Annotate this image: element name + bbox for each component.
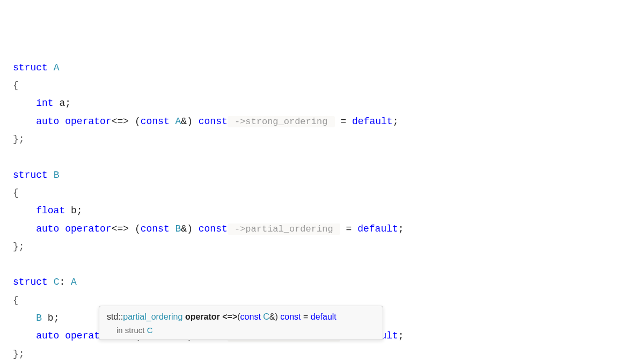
code-token bbox=[13, 116, 36, 127]
code-token: C bbox=[54, 277, 60, 287]
code-token bbox=[59, 223, 65, 234]
tooltip-eq: = bbox=[301, 312, 311, 321]
code-token bbox=[13, 313, 36, 323]
tooltip-context-prefix: in struct bbox=[116, 326, 147, 335]
code-token bbox=[170, 116, 175, 127]
code-token: int bbox=[36, 98, 53, 109]
code-token: operator bbox=[65, 116, 111, 127]
tooltip-context-type: C bbox=[147, 326, 153, 335]
code-editor[interactable]: struct A{ int a; auto operator<=> (const… bbox=[0, 0, 644, 361]
code-token: ->partial_ordering bbox=[228, 223, 340, 235]
code-line[interactable]: }; bbox=[13, 345, 644, 361]
code-line[interactable]: { bbox=[13, 77, 644, 95]
code-token: &) bbox=[181, 223, 198, 234]
code-token: default bbox=[357, 223, 398, 234]
tooltip-ns: std:: bbox=[107, 312, 123, 321]
code-token: const bbox=[141, 116, 170, 127]
tooltip-param-ref: &) bbox=[269, 312, 278, 321]
code-token: B bbox=[36, 313, 42, 323]
code-token: const bbox=[141, 223, 170, 234]
code-token: { bbox=[13, 187, 19, 198]
code-line[interactable]: struct A bbox=[13, 59, 644, 77]
code-token: }; bbox=[13, 349, 25, 359]
code-token: a; bbox=[54, 98, 71, 109]
code-token: = bbox=[340, 223, 357, 234]
code-token: auto bbox=[36, 223, 59, 234]
tooltip-return-type: partial_ordering bbox=[123, 312, 182, 321]
code-token bbox=[13, 330, 36, 341]
code-token: }; bbox=[13, 134, 25, 145]
code-token: const bbox=[199, 116, 228, 127]
code-token: : bbox=[59, 277, 71, 287]
code-token: ->strong_ordering bbox=[228, 116, 335, 127]
code-token bbox=[59, 330, 65, 341]
code-line[interactable]: { bbox=[13, 184, 644, 202]
hover-tooltip: std::partial_ordering operator <=>(const… bbox=[99, 306, 383, 340]
code-token: B bbox=[175, 223, 181, 234]
code-line[interactable]: struct B bbox=[13, 167, 644, 184]
code-token: { bbox=[13, 295, 19, 306]
code-token: { bbox=[13, 80, 19, 91]
code-line[interactable]: auto operator<=> (const B&) const ->part… bbox=[13, 220, 644, 238]
code-token bbox=[48, 170, 54, 180]
code-token: A bbox=[175, 116, 181, 127]
code-line[interactable]: auto operator<=> (const A&) const ->stro… bbox=[13, 113, 644, 131]
code-token: default bbox=[352, 116, 393, 127]
code-token: struct bbox=[13, 277, 48, 287]
code-line[interactable]: float b; bbox=[13, 202, 644, 220]
tooltip-param-type: C bbox=[261, 312, 269, 321]
code-token: auto bbox=[36, 116, 59, 127]
code-token bbox=[13, 98, 36, 109]
code-token: ; bbox=[393, 116, 399, 127]
tooltip-signature: std::partial_ordering operator <=>(const… bbox=[107, 311, 375, 324]
code-line[interactable]: }; bbox=[13, 131, 644, 148]
code-token: const bbox=[199, 223, 228, 234]
code-token: ; bbox=[398, 330, 404, 341]
code-token: B bbox=[54, 170, 60, 180]
code-token: A bbox=[71, 277, 77, 287]
code-token: }; bbox=[13, 241, 25, 252]
code-token bbox=[13, 223, 36, 234]
code-token bbox=[48, 277, 54, 287]
code-line[interactable]: int a; bbox=[13, 95, 644, 112]
code-token: <=> ( bbox=[112, 116, 141, 127]
code-token: <=> ( bbox=[112, 223, 141, 234]
code-token bbox=[59, 116, 65, 127]
code-token: auto bbox=[36, 330, 59, 341]
code-token bbox=[170, 223, 175, 234]
code-token: ; bbox=[398, 223, 404, 234]
tooltip-default: default bbox=[311, 312, 336, 321]
code-token: b; bbox=[42, 313, 59, 323]
code-token bbox=[13, 205, 36, 216]
tooltip-operator-symbol: <=> bbox=[220, 312, 237, 321]
tooltip-context: in struct C bbox=[107, 324, 375, 336]
tooltip-const-kw: const bbox=[240, 312, 261, 321]
code-line[interactable] bbox=[13, 148, 644, 166]
code-token: &) bbox=[181, 116, 198, 127]
code-token bbox=[48, 62, 54, 73]
code-line[interactable]: struct C: A bbox=[13, 273, 644, 291]
tooltip-operator-keyword: operator bbox=[185, 312, 220, 321]
code-line[interactable]: }; bbox=[13, 238, 644, 256]
code-token: A bbox=[54, 62, 60, 73]
code-token: = bbox=[335, 116, 352, 127]
code-token: struct bbox=[13, 170, 48, 180]
code-token: operator bbox=[65, 223, 111, 234]
code-line[interactable] bbox=[13, 256, 644, 273]
code-token: struct bbox=[13, 62, 48, 73]
tooltip-trailing-const: const bbox=[278, 312, 301, 321]
code-token: b; bbox=[65, 205, 82, 216]
code-token: float bbox=[36, 205, 65, 216]
